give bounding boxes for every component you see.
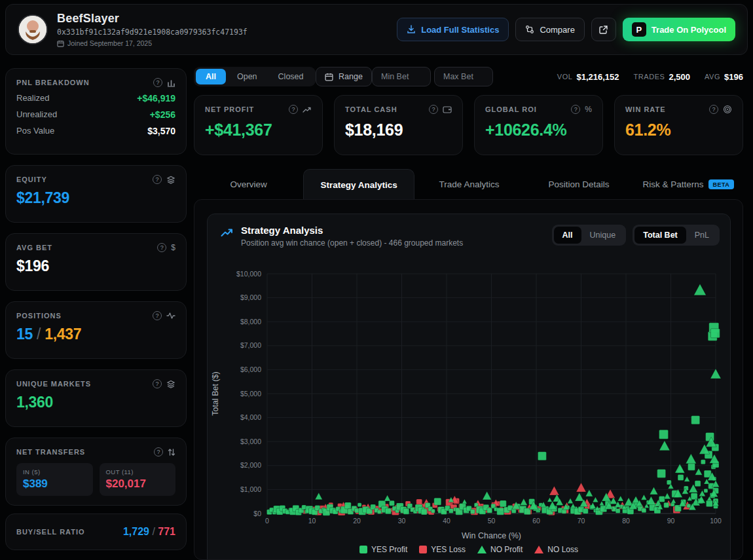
tab-position-details[interactable]: Position Details bbox=[524, 169, 633, 200]
data-point[interactable] bbox=[384, 495, 391, 501]
scatter-plot[interactable]: $0$1,000$2,000$3,000$4,000$5,000$6,000$7… bbox=[208, 261, 731, 543]
x-tick-label: 90 bbox=[667, 517, 675, 525]
data-point[interactable] bbox=[497, 508, 504, 515]
avatar-image bbox=[19, 16, 46, 43]
tab-strategy-analytics[interactable]: Strategy Analytics bbox=[303, 169, 414, 200]
data-point[interactable] bbox=[650, 487, 657, 495]
data-point[interactable] bbox=[449, 508, 453, 513]
data-point[interactable] bbox=[576, 483, 586, 492]
tab-risk-patterns[interactable]: Risk & Patterns BETA bbox=[634, 169, 743, 200]
filter-closed[interactable]: Closed bbox=[268, 69, 314, 84]
toggle-total-bet[interactable]: Total Bet bbox=[634, 227, 686, 244]
data-point[interactable] bbox=[657, 469, 666, 477]
tab-strategy-analytics-label: Strategy Analytics bbox=[320, 180, 397, 190]
data-point[interactable] bbox=[695, 481, 701, 487]
data-point[interactable] bbox=[615, 508, 620, 513]
filter-open[interactable]: Open bbox=[227, 69, 267, 84]
data-point[interactable] bbox=[671, 498, 676, 503]
help-icon[interactable]: ? bbox=[153, 175, 162, 184]
help-icon[interactable]: ? bbox=[709, 105, 718, 114]
data-point[interactable] bbox=[684, 476, 690, 481]
data-point[interactable] bbox=[701, 460, 705, 464]
data-point[interactable] bbox=[642, 508, 646, 513]
data-point[interactable] bbox=[678, 475, 684, 481]
data-point[interactable] bbox=[385, 508, 391, 514]
range-button[interactable]: Range bbox=[316, 67, 372, 86]
data-point[interactable] bbox=[421, 509, 427, 515]
help-icon[interactable]: ? bbox=[289, 105, 298, 114]
data-point[interactable] bbox=[593, 497, 598, 502]
data-point[interactable] bbox=[659, 441, 670, 451]
data-point[interactable] bbox=[431, 509, 435, 513]
data-point[interactable] bbox=[659, 430, 669, 439]
data-point[interactable] bbox=[686, 454, 696, 464]
data-point[interactable] bbox=[599, 501, 604, 506]
data-point[interactable] bbox=[641, 495, 647, 500]
data-point[interactable] bbox=[568, 498, 574, 504]
toggle-all[interactable]: All bbox=[554, 227, 581, 244]
data-point[interactable] bbox=[617, 496, 623, 501]
help-icon[interactable]: ? bbox=[157, 243, 166, 252]
help-icon[interactable]: ? bbox=[153, 379, 162, 388]
view-toggle: All Unique bbox=[552, 225, 627, 246]
legend-no-loss: NO Loss bbox=[534, 545, 578, 554]
data-point[interactable] bbox=[585, 490, 593, 496]
buy-count: 1,729 bbox=[123, 526, 149, 537]
trade-on-polycool-button[interactable]: P Trade On Polycool bbox=[623, 18, 735, 41]
min-bet-input[interactable] bbox=[381, 72, 422, 81]
tab-trade-analytics[interactable]: Trade Analytics bbox=[414, 169, 524, 200]
data-point[interactable] bbox=[688, 463, 695, 470]
data-point[interactable] bbox=[706, 500, 712, 507]
x-tick-label: 70 bbox=[578, 517, 585, 525]
data-point[interactable] bbox=[575, 493, 584, 501]
data-point[interactable] bbox=[691, 416, 700, 424]
data-point[interactable] bbox=[377, 510, 381, 513]
toggle-pnl[interactable]: PnL bbox=[686, 227, 718, 244]
compare-label: Compare bbox=[540, 25, 574, 35]
data-point[interactable] bbox=[570, 504, 575, 508]
data-point[interactable] bbox=[434, 498, 441, 505]
data-point[interactable] bbox=[694, 284, 707, 295]
data-point[interactable] bbox=[549, 486, 559, 495]
data-point[interactable] bbox=[547, 497, 552, 502]
external-link-button[interactable] bbox=[591, 18, 616, 41]
help-icon[interactable]: ? bbox=[154, 447, 163, 457]
max-bet-input[interactable] bbox=[443, 72, 484, 81]
y-tick-label: $4,000 bbox=[240, 413, 261, 421]
data-point[interactable] bbox=[470, 510, 475, 514]
avg-value: $196 bbox=[724, 72, 743, 82]
data-point[interactable] bbox=[710, 369, 721, 379]
data-point[interactable] bbox=[520, 498, 527, 505]
trend-up-icon bbox=[303, 106, 312, 113]
data-point[interactable] bbox=[344, 502, 351, 509]
global-roi-title: GLOBAL ROI bbox=[485, 105, 537, 113]
data-point[interactable] bbox=[462, 499, 467, 504]
data-point[interactable] bbox=[695, 468, 702, 475]
data-point[interactable] bbox=[403, 508, 409, 514]
data-point[interactable] bbox=[583, 508, 588, 513]
help-icon[interactable]: ? bbox=[153, 311, 162, 320]
triangle-marker-icon bbox=[477, 546, 487, 553]
data-point[interactable] bbox=[664, 502, 669, 508]
data-point[interactable] bbox=[664, 493, 670, 499]
data-point[interactable] bbox=[500, 500, 506, 507]
data-point[interactable] bbox=[358, 503, 361, 507]
compare-button[interactable]: Compare bbox=[515, 18, 584, 41]
help-icon[interactable]: ? bbox=[153, 78, 162, 87]
data-point[interactable] bbox=[483, 491, 492, 500]
help-icon[interactable]: ? bbox=[571, 105, 580, 114]
data-point[interactable] bbox=[710, 329, 720, 338]
help-icon[interactable]: ? bbox=[429, 105, 438, 114]
tab-overview[interactable]: Overview bbox=[194, 169, 303, 200]
load-full-statistics-button[interactable]: Load Full Statistics bbox=[397, 18, 509, 41]
data-point[interactable] bbox=[538, 452, 546, 460]
data-point[interactable] bbox=[675, 464, 685, 473]
wallet-address[interactable]: 0x331bf91c132af9d921e1908ca0979363fc4719… bbox=[57, 28, 397, 37]
toggle-unique[interactable]: Unique bbox=[581, 227, 625, 244]
data-point[interactable] bbox=[704, 489, 708, 493]
data-point[interactable] bbox=[416, 499, 422, 505]
data-point[interactable] bbox=[315, 493, 322, 499]
data-point[interactable] bbox=[548, 501, 557, 510]
filter-all[interactable]: All bbox=[196, 69, 226, 84]
avatar[interactable] bbox=[18, 14, 48, 45]
